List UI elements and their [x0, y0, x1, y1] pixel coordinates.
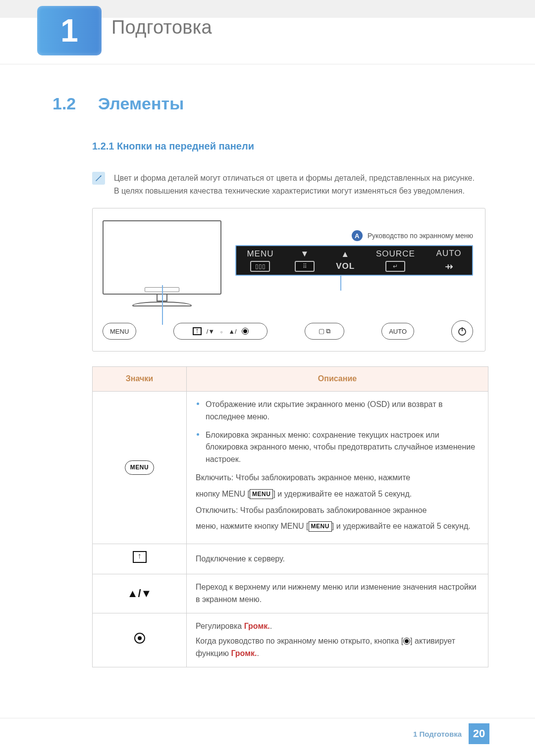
- enter-icon: ↵: [385, 261, 405, 272]
- bullet-2: Блокировка экранных меню: сохранение тек…: [196, 429, 479, 466]
- para-disable-2: меню, нажмите кнопку MENU [MENU] и удерж…: [196, 520, 479, 533]
- menu-box-inline: MENU: [250, 489, 273, 500]
- pip-icon: ▢ ⧉: [319, 327, 331, 335]
- osd-auto: AUTO ⇸: [436, 249, 462, 272]
- button-auto: AUTO: [381, 323, 414, 340]
- table-row: ▲/▼ Переход к верхнему или нижнему меню …: [93, 574, 488, 613]
- bullet-1: Отображение или скрытие экранного меню (…: [196, 399, 479, 423]
- para-disable-1: Отключить: Чтобы разблокировать заблокир…: [196, 504, 479, 517]
- callout-a: A Руководство по экранному меню: [352, 230, 473, 241]
- osd-menu-icon: ▯▯▯: [250, 261, 270, 272]
- th-desc: Описание: [187, 367, 488, 392]
- table-row: MENU Отображение или скрытие экранного м…: [93, 391, 488, 544]
- osd-up: ▲ VOL: [336, 250, 355, 271]
- page-header: 1 Подготовка: [0, 0, 535, 64]
- power-icon: [457, 326, 467, 336]
- osd-down-icon: ⠿: [295, 261, 315, 272]
- osd-down: ▼ ⠿: [295, 249, 315, 272]
- upload-icon: [193, 327, 202, 335]
- svg-point-0: [100, 176, 101, 177]
- menu-oval-icon: MENU: [125, 460, 154, 475]
- button-menu: MENU: [103, 323, 136, 340]
- para-enable-1: Включить: Чтобы заблокировать экранное м…: [196, 472, 479, 484]
- osd-up-label: ▲: [341, 250, 350, 259]
- button-source: ▢ ⧉: [305, 323, 344, 340]
- page-content: 1.2 Элементы 1.2.1 Кнопки на передней па…: [0, 94, 535, 667]
- updown-icon: ▲/▼: [127, 587, 152, 600]
- cell-desc-updown: Переход к верхнему или нижнему меню или …: [187, 574, 488, 613]
- cell-icon-upload: [93, 544, 187, 574]
- cell-desc-menu: Отображение или скрытие экранного меню (…: [187, 391, 488, 544]
- osd-menu-label: MENU: [247, 249, 273, 259]
- osd-auto-label: AUTO: [436, 249, 462, 258]
- physical-buttons-row: MENU /▼ ∘ ▲/ ▢ ⧉ AUTO: [103, 320, 473, 342]
- table-row: Регулировка Громк.. Когда руководство по…: [93, 613, 488, 667]
- note-icon: [92, 172, 105, 185]
- target-icon: [134, 633, 145, 644]
- target-icon: [242, 328, 249, 335]
- upload-icon: [133, 551, 147, 563]
- footer-chapter: 1 Подготовка: [413, 730, 462, 738]
- osd-source-label: SOURCE: [376, 249, 415, 259]
- osd-guide: MENU ▯▯▯ ▼ ⠿ ▲ VOL SOURCE ↵ AUTO ⇸: [235, 245, 473, 276]
- section-title: Элементы: [98, 94, 184, 113]
- footer-page-number: 20: [469, 723, 489, 744]
- callout-a-text: Руководство по экранному меню: [368, 232, 473, 240]
- button-auto-label: AUTO: [389, 328, 407, 335]
- menu-box-inline: MENU: [309, 521, 332, 532]
- note: Цвет и форма деталей могут отличаться от…: [92, 172, 485, 197]
- section-heading: 1.2 Элементы: [53, 94, 485, 113]
- cell-icon-updown: ▲/▼: [93, 574, 187, 613]
- cell-desc-upload: Подключение к серверу.: [187, 544, 488, 574]
- osd-auto-icon: ⇸: [445, 260, 453, 272]
- table-row: Подключение к серверу.: [93, 544, 488, 574]
- note-line-2: В целях повышения качества технические х…: [114, 185, 475, 198]
- button-nav-group: /▼ ∘ ▲/: [173, 323, 268, 340]
- chapter-title: Подготовка: [111, 17, 212, 38]
- chapter-number-tab: 1: [37, 6, 102, 55]
- cell-icon-target: [93, 613, 187, 667]
- volume-label: Громк.: [244, 622, 270, 630]
- osd-down-label: ▼: [300, 249, 309, 259]
- note-line-1: Цвет и форма деталей могут отличаться от…: [114, 172, 475, 185]
- note-text: Цвет и форма деталей могут отличаться от…: [114, 172, 475, 197]
- callout-a-badge: A: [352, 230, 363, 241]
- figure-front-panel: A Руководство по экранному меню MENU ▯▯▯…: [92, 208, 485, 352]
- page-footer: 1 Подготовка 20: [0, 718, 535, 744]
- section-number: 1.2: [53, 94, 87, 113]
- th-icons: Значки: [93, 367, 187, 392]
- osd-vol-label: VOL: [336, 261, 355, 271]
- buttons-description-table: Значки Описание MENU Отображение или скр…: [92, 366, 488, 667]
- cell-icon-menu: MENU: [93, 391, 187, 544]
- volume-label: Громк.: [231, 649, 257, 657]
- osd-source: SOURCE ↵: [376, 249, 415, 272]
- osd-menu: MENU ▯▯▯: [247, 249, 273, 272]
- button-power: [451, 320, 473, 342]
- cell-desc-target: Регулировка Громк.. Когда руководство по…: [187, 613, 488, 667]
- target-icon-inline: [403, 638, 410, 645]
- para-enable-2: кнопку MENU [MENU] и удерживайте ее нажа…: [196, 488, 479, 501]
- button-menu-label: MENU: [110, 328, 129, 335]
- subsection-heading: 1.2.1 Кнопки на передней панели: [92, 141, 485, 152]
